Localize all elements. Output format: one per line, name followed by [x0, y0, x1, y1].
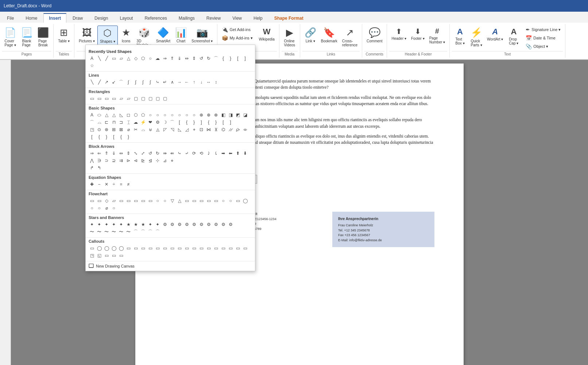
shape-icon[interactable]: ▭	[220, 245, 227, 251]
shape-icon[interactable]: ╲	[96, 55, 102, 62]
shape-icon[interactable]: ○	[162, 112, 168, 118]
table-button[interactable]: ⊞ Table ▾	[56, 26, 72, 45]
shape-icon[interactable]: [	[220, 119, 227, 126]
shape-icon[interactable]: ⌒	[169, 119, 175, 126]
tab-file[interactable]: File	[1, 14, 19, 23]
shape-icon[interactable]: ↕	[213, 79, 219, 85]
shape-icon[interactable]: ▭	[213, 197, 219, 204]
tab-home[interactable]: Home	[20, 14, 43, 23]
shape-icon[interactable]: ▭	[140, 197, 146, 204]
new-drawing-canvas-button[interactable]: New Drawing Canvas	[86, 261, 255, 271]
shape-icon[interactable]: ◨	[227, 112, 234, 118]
shape-icon[interactable]: ✦	[118, 221, 124, 228]
shape-icon[interactable]: ⇓	[111, 150, 117, 157]
shape-icon[interactable]: ▭	[191, 245, 197, 251]
shape-icon[interactable]: }	[227, 55, 234, 62]
shape-icon[interactable]: ⇉	[118, 157, 124, 164]
shape-icon[interactable]: ✚	[89, 181, 95, 188]
shape-icon[interactable]: −	[96, 181, 102, 188]
shape-icon[interactable]: ▭	[111, 95, 117, 102]
shape-icon[interactable]: ▭	[147, 245, 154, 251]
footer-button[interactable]: ⬇ Footer ▾	[409, 26, 427, 42]
shape-icon[interactable]: ◯	[96, 245, 102, 251]
shape-icon[interactable]: ⚙	[191, 221, 197, 228]
shape-icon[interactable]: [	[176, 119, 183, 126]
shape-icon[interactable]: ⬆	[235, 150, 241, 157]
shape-icon[interactable]: ↱	[89, 165, 95, 171]
page-break-button[interactable]: ⬛ PageBreak	[35, 26, 51, 49]
shape-icon[interactable]: ⇓	[176, 55, 183, 62]
shape-icon[interactable]: △	[103, 112, 110, 118]
shape-icon[interactable]: ✦	[89, 221, 95, 228]
shape-icon[interactable]: →	[176, 79, 183, 85]
shape-icon[interactable]: ◳	[89, 252, 95, 259]
shape-icon[interactable]: ☽	[162, 119, 168, 126]
shape-icon[interactable]: ⊳	[125, 157, 132, 164]
shape-icon[interactable]: ]	[198, 119, 205, 126]
shape-icon[interactable]: ▭	[154, 245, 161, 251]
screenshot-button[interactable]: 📷 Screenshot ▾	[189, 26, 215, 45]
shape-icon[interactable]: ÷	[111, 181, 117, 188]
shape-icon[interactable]: ☁	[132, 119, 139, 126]
shape-icon[interactable]: ⤷	[154, 79, 161, 85]
tab-references[interactable]: References	[139, 14, 172, 23]
object-button[interactable]: 📎 Object ▾	[523, 42, 563, 50]
shape-icon[interactable]: ▽	[169, 197, 175, 204]
shape-icon[interactable]: {	[183, 119, 190, 126]
getaddins-button[interactable]: 🔌 Get Add-ins	[220, 26, 256, 34]
shape-icon[interactable]: ∋	[96, 157, 102, 164]
smartart-button[interactable]: 🔷 SmartArt	[154, 26, 173, 45]
shape-icon[interactable]: ⬅	[227, 150, 234, 157]
shape-icon[interactable]: ◱	[96, 252, 102, 259]
tab-design[interactable]: Design	[89, 14, 113, 23]
shape-icon[interactable]: ▭	[140, 245, 146, 251]
shape-icon[interactable]: ⊻	[213, 126, 219, 133]
shape-icon[interactable]: ╱	[103, 55, 110, 62]
shape-icon[interactable]: ⌬	[220, 126, 227, 133]
chart-button[interactable]: 📊 Chart	[173, 26, 189, 45]
icons-button[interactable]: ★ Icons	[118, 26, 134, 45]
shape-icon[interactable]: ⤷	[176, 150, 183, 157]
shape-icon[interactable]: }	[125, 134, 132, 140]
shape-icon[interactable]: ✕	[103, 181, 110, 188]
shape-icon[interactable]: ⌒	[154, 228, 161, 235]
shape-icon[interactable]: ◬	[154, 126, 161, 133]
shape-icon[interactable]: ⊗	[213, 112, 219, 118]
shape-icon[interactable]: ◯	[103, 245, 110, 251]
shape-icon[interactable]: ⊕	[205, 112, 212, 118]
shape-icon[interactable]: ▭	[118, 197, 124, 204]
shape-icon[interactable]: ▢	[147, 95, 154, 102]
shape-icon[interactable]: ▭	[227, 245, 234, 251]
shape-icon[interactable]: ✂	[132, 126, 139, 133]
shape-icon[interactable]: ◸	[162, 126, 168, 133]
shape-icon[interactable]: ⚙	[205, 221, 212, 228]
signatureline-button[interactable]: ✒ Signature Line ▾	[523, 26, 563, 34]
shape-icon[interactable]: ⌶	[125, 119, 132, 126]
shape-icon[interactable]: ⊇	[111, 157, 117, 164]
shape-icon[interactable]: ◻	[125, 112, 132, 118]
shape-icon[interactable]: ⋄	[169, 157, 175, 164]
shape-icon[interactable]: ⊹	[154, 157, 161, 164]
datetime-button[interactable]: 📅 Date & Time	[523, 34, 563, 42]
shape-icon[interactable]: ▭	[162, 245, 168, 251]
shape-icon[interactable]: ▭	[205, 245, 212, 251]
shape-icon[interactable]: ←	[183, 79, 190, 85]
shape-icon[interactable]: ✦	[154, 221, 161, 228]
shape-icon[interactable]: ↰	[96, 165, 102, 171]
shape-icon[interactable]: ↑	[191, 79, 197, 85]
shape-icon[interactable]: ⌀	[103, 205, 110, 211]
shape-icon[interactable]: ▭	[191, 197, 197, 204]
shape-icon[interactable]: ◳	[89, 126, 95, 133]
shape-icon[interactable]: ⌀	[125, 126, 132, 133]
shape-icon[interactable]: ]	[227, 119, 234, 126]
textbox-button[interactable]: A TextBox ▾	[452, 26, 468, 47]
shape-icon[interactable]: △	[125, 55, 132, 62]
shape-icon[interactable]: △	[176, 197, 183, 204]
shape-icon[interactable]: ⬠	[140, 112, 146, 118]
shape-icon[interactable]: ⊡	[198, 126, 205, 133]
shape-icon[interactable]: ◩	[235, 112, 241, 118]
shape-icon[interactable]: ➡	[220, 150, 227, 157]
shape-icon[interactable]: ≠	[125, 181, 132, 188]
shape-icon[interactable]: 〜	[96, 228, 102, 235]
shape-icon[interactable]: ⇒	[162, 55, 168, 62]
